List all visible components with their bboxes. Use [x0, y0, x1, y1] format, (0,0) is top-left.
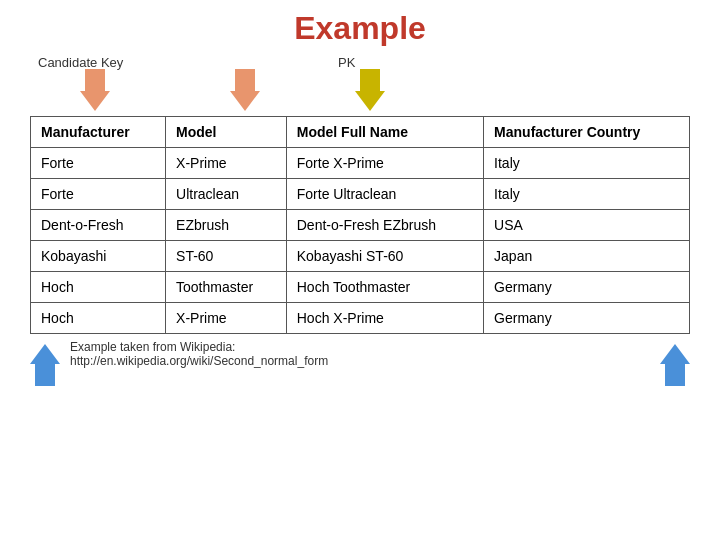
arrow-model	[230, 69, 260, 111]
table-row: HochToothmasterHoch ToothmasterGermany	[31, 272, 690, 303]
table-row: HochX-PrimeHoch X-PrimeGermany	[31, 303, 690, 334]
main-table: Manufacturer Model Model Full Name Manuf…	[30, 116, 690, 334]
cell-r1-c3: Italy	[484, 179, 690, 210]
cell-r0-c2: Forte X-Prime	[286, 148, 483, 179]
cell-r5-c1: X-Prime	[166, 303, 287, 334]
cell-r3-c0: Kobayashi	[31, 241, 166, 272]
cell-r1-c0: Forte	[31, 179, 166, 210]
cell-r3-c3: Japan	[484, 241, 690, 272]
cell-r2-c3: USA	[484, 210, 690, 241]
cell-r2-c2: Dent-o-Fresh EZbrush	[286, 210, 483, 241]
col-header-model-full-name: Model Full Name	[286, 117, 483, 148]
cell-r1-c2: Forte Ultraclean	[286, 179, 483, 210]
cell-r2-c0: Dent-o-Fresh	[31, 210, 166, 241]
cell-r3-c2: Kobayashi ST-60	[286, 241, 483, 272]
page-title: Example	[0, 0, 720, 47]
col-header-manufacturer-country: Manufacturer Country	[484, 117, 690, 148]
cell-r0-c1: X-Prime	[166, 148, 287, 179]
cell-r4-c3: Germany	[484, 272, 690, 303]
arrow-bottom-right	[660, 344, 690, 386]
cell-r4-c2: Hoch Toothmaster	[286, 272, 483, 303]
table-row: ForteX-PrimeForte X-PrimeItaly	[31, 148, 690, 179]
col-header-model: Model	[166, 117, 287, 148]
table-row: ForteUltracleanForte UltracleanItaly	[31, 179, 690, 210]
cell-r5-c2: Hoch X-Prime	[286, 303, 483, 334]
pk-label: PK	[338, 55, 355, 70]
footnote: Example taken from Wikipedia: http://en.…	[60, 340, 660, 368]
cell-r1-c1: Ultraclean	[166, 179, 287, 210]
cell-r4-c0: Hoch	[31, 272, 166, 303]
arrow-manufacturer	[80, 69, 110, 111]
cell-r2-c1: EZbrush	[166, 210, 287, 241]
cell-r3-c1: ST-60	[166, 241, 287, 272]
arrow-bottom-left	[30, 344, 60, 386]
cell-r0-c3: Italy	[484, 148, 690, 179]
col-header-manufacturer: Manufacturer	[31, 117, 166, 148]
table-row: Dent-o-FreshEZbrushDent-o-Fresh EZbrushU…	[31, 210, 690, 241]
table-row: KobayashiST-60Kobayashi ST-60Japan	[31, 241, 690, 272]
cell-r4-c1: Toothmaster	[166, 272, 287, 303]
arrow-model-full-name	[355, 69, 385, 111]
cell-r0-c0: Forte	[31, 148, 166, 179]
cell-r5-c3: Germany	[484, 303, 690, 334]
cell-r5-c0: Hoch	[31, 303, 166, 334]
candidate-key-label: Candidate Key	[38, 55, 123, 70]
